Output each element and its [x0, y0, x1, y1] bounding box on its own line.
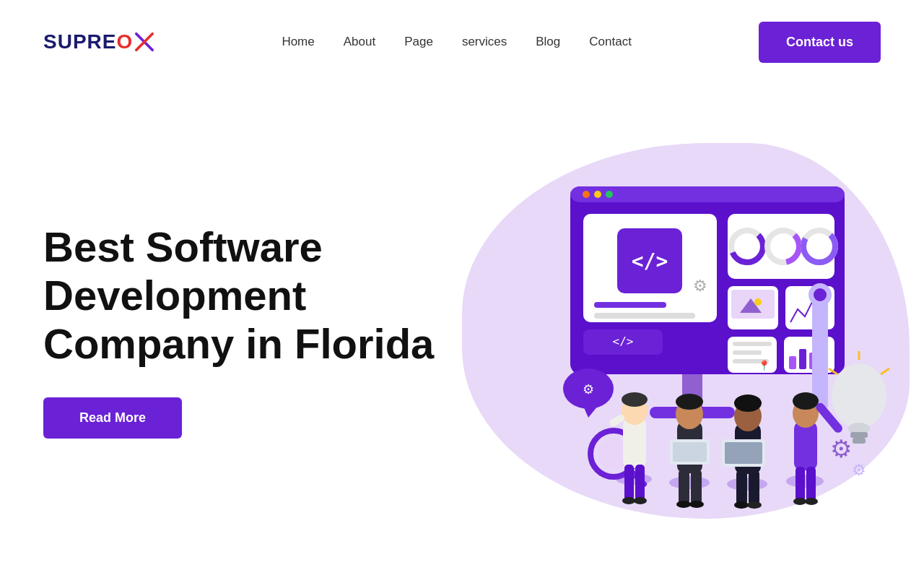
svg-point-69: [676, 394, 703, 410]
svg-rect-71: [691, 470, 702, 504]
svg-rect-81: [749, 470, 759, 505]
svg-point-73: [689, 501, 704, 508]
svg-point-44: [814, 288, 827, 301]
svg-point-82: [734, 501, 749, 509]
hero-svg-illustration: </> ⚙: [476, 150, 895, 512]
svg-rect-28: [733, 342, 772, 346]
svg-point-72: [676, 501, 691, 508]
svg-point-4: [583, 191, 590, 198]
svg-point-45: [832, 363, 886, 428]
svg-rect-75: [673, 442, 707, 462]
nav-contact[interactable]: Contact: [589, 35, 632, 49]
svg-rect-15: [728, 214, 834, 279]
svg-text:⚙: ⚙: [583, 382, 594, 397]
nav-services[interactable]: services: [462, 35, 507, 49]
svg-text:📍: 📍: [758, 360, 771, 372]
svg-point-93: [805, 498, 818, 505]
svg-rect-42: [812, 295, 828, 410]
svg-text:</>: </>: [613, 335, 634, 348]
svg-marker-40: [583, 406, 598, 418]
hero-section: Best Software Development Company in Flo…: [0, 84, 924, 578]
svg-rect-90: [796, 467, 805, 501]
svg-point-83: [747, 501, 762, 509]
nav-home[interactable]: Home: [282, 35, 314, 49]
svg-rect-85: [725, 442, 762, 464]
svg-rect-47: [850, 432, 868, 438]
svg-rect-87: [794, 421, 817, 470]
logo-text-supreo: SUPRE: [43, 30, 116, 53]
svg-point-64: [634, 497, 647, 504]
svg-rect-61: [624, 465, 634, 501]
hero-content: Best Software Development Company in Flo…: [43, 223, 476, 438]
nav-page[interactable]: Page: [404, 35, 433, 49]
svg-rect-58: [623, 418, 646, 468]
logo-x-icon: [134, 32, 154, 52]
svg-rect-48: [853, 438, 866, 444]
read-more-button[interactable]: Read More: [43, 397, 182, 439]
hero-illustration: </> ⚙: [476, 84, 895, 578]
svg-rect-80: [736, 470, 747, 505]
svg-text:⚙: ⚙: [852, 461, 866, 479]
logo[interactable]: SUPREO: [43, 30, 154, 53]
svg-rect-33: [789, 356, 796, 369]
hero-title: Best Software Development Company in Flo…: [43, 223, 476, 368]
svg-rect-34: [799, 349, 806, 369]
svg-point-79: [734, 394, 762, 412]
svg-point-60: [622, 392, 648, 407]
svg-rect-29: [733, 350, 762, 355]
svg-rect-62: [635, 465, 645, 501]
svg-text:⚙: ⚙: [693, 277, 707, 295]
svg-point-25: [754, 298, 762, 306]
svg-point-89: [793, 392, 819, 410]
svg-point-6: [606, 191, 613, 198]
svg-rect-70: [679, 470, 689, 504]
svg-rect-13: [594, 302, 666, 308]
svg-line-50: [881, 368, 889, 374]
logo-text-o: O: [116, 30, 133, 53]
site-header: SUPREO Home About Page services Blog Con…: [0, 0, 924, 84]
svg-point-92: [793, 498, 806, 505]
svg-point-5: [594, 191, 601, 198]
contact-us-button[interactable]: Contact us: [759, 22, 881, 63]
main-nav: Home About Page services Blog Contact: [282, 35, 631, 49]
svg-text:</>: </>: [632, 249, 668, 273]
nav-about[interactable]: About: [344, 35, 375, 49]
svg-text:⚙: ⚙: [830, 435, 852, 462]
svg-rect-91: [806, 467, 816, 501]
svg-rect-14: [594, 313, 695, 319]
svg-point-63: [622, 497, 635, 504]
nav-blog[interactable]: Blog: [536, 35, 560, 49]
